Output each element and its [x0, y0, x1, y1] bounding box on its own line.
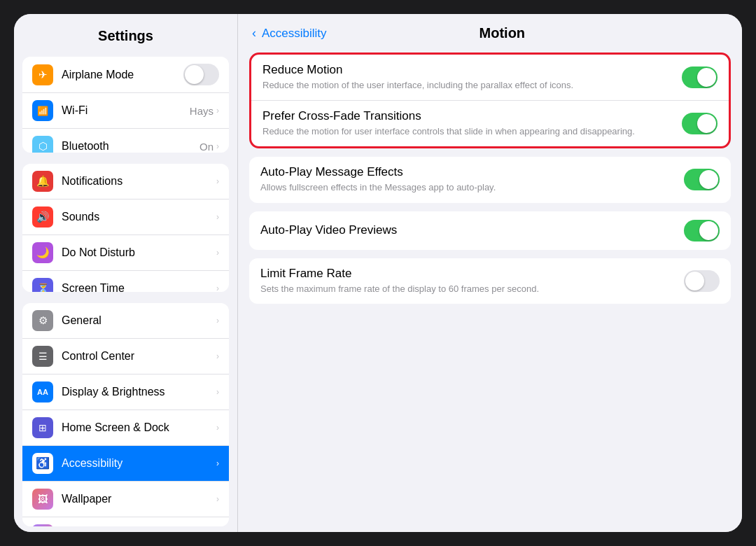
control-center-icon: ☰	[32, 346, 53, 367]
do-not-disturb-icon: 🌙	[32, 242, 53, 263]
sidebar-item-display-brightness[interactable]: AA Display & Brightness ›	[22, 374, 229, 410]
display-brightness-label: Display & Brightness	[62, 386, 216, 398]
home-screen-label: Home Screen & Dock	[62, 421, 216, 434]
wifi-icon: 📶	[32, 100, 53, 121]
sidebar-item-general[interactable]: ⚙ General ›	[22, 303, 229, 339]
ipad-frame: Settings ✈ Airplane Mode 📶 Wi-Fi	[14, 14, 742, 532]
sidebar-item-sounds[interactable]: 🔊 Sounds ›	[22, 200, 229, 235]
settings-row-autoplay-message-effects: Auto-Play Message Effects Allows fullscr…	[249, 157, 731, 202]
sidebar-item-control-center[interactable]: ☰ Control Center ›	[22, 339, 229, 374]
reduce-motion-toggle-knob	[697, 68, 716, 87]
autoplay-video-toggle[interactable]	[684, 220, 720, 241]
screen-time-chevron: ›	[216, 284, 219, 291]
main-content: ‹ Accessibility Motion Reduce Motion Red…	[238, 14, 742, 532]
reduce-motion-title: Reduce Motion	[262, 63, 682, 77]
notifications-label: Notifications	[62, 175, 216, 188]
settings-row-cross-fade: Prefer Cross-Fade Transitions Reduce the…	[251, 101, 729, 146]
siri-search-icon: ◎	[32, 524, 53, 527]
cross-fade-title: Prefer Cross-Fade Transitions	[262, 109, 682, 123]
autoplay-video-toggle-knob	[699, 221, 718, 240]
sidebar-item-wallpaper[interactable]: 🖼 Wallpaper ›	[22, 482, 229, 517]
autoplay-message-content: Auto-Play Message Effects Allows fullscr…	[260, 165, 684, 194]
notifications-chevron: ›	[216, 176, 219, 186]
wallpaper-label: Wallpaper	[62, 493, 216, 505]
sidebar-item-home-screen[interactable]: ⊞ Home Screen & Dock ›	[22, 410, 229, 446]
limit-frame-content: Limit Frame Rate Sets the maximum frame …	[260, 267, 684, 295]
wallpaper-chevron: ›	[216, 494, 219, 504]
sidebar-item-accessibility[interactable]: ♿ Accessibility ›	[22, 446, 229, 482]
limit-frame-subtitle: Sets the maximum frame rate of the displ…	[260, 283, 684, 295]
wifi-value: Hays	[190, 105, 214, 117]
autoplay-message-toggle[interactable]	[684, 169, 720, 190]
bluetooth-chevron: ›	[216, 141, 219, 151]
wifi-label: Wi-Fi	[62, 104, 190, 117]
accessibility-chevron: ›	[216, 458, 219, 468]
wallpaper-icon: 🖼	[32, 489, 53, 510]
bluetooth-label: Bluetooth	[62, 140, 200, 153]
sidebar-item-do-not-disturb[interactable]: 🌙 Do Not Disturb ›	[22, 235, 229, 271]
display-brightness-chevron: ›	[216, 387, 219, 397]
reduce-motion-subtitle: Reduce the motion of the user interface,…	[262, 79, 682, 92]
limit-frame-toggle[interactable]	[684, 270, 720, 292]
settings-row-reduce-motion: Reduce Motion Reduce the motion of the u…	[251, 55, 729, 101]
autoplay-message-title: Auto-Play Message Effects	[260, 165, 684, 179]
settings-group-limit-frame-rate: Limit Frame Rate Sets the maximum frame …	[249, 258, 731, 304]
airplane-mode-toggle-knob	[185, 65, 204, 84]
reduce-motion-content: Reduce Motion Reduce the motion of the u…	[262, 63, 682, 92]
sidebar-item-wifi[interactable]: 📶 Wi-Fi Hays ›	[22, 93, 229, 129]
general-chevron: ›	[216, 316, 219, 326]
notifications-icon: 🔔	[32, 171, 53, 192]
limit-frame-title: Limit Frame Rate	[260, 267, 684, 281]
sidebar-group-connectivity: ✈ Airplane Mode 📶 Wi-Fi Hays ›	[22, 57, 229, 153]
sidebar-item-siri-search[interactable]: ◎ Siri & Search ›	[22, 517, 229, 527]
sidebar-group-display: ⚙ General › ☰ Control Center › AA D	[22, 303, 229, 527]
wifi-chevron: ›	[216, 106, 219, 115]
control-center-label: Control Center	[62, 350, 216, 363]
sounds-icon: 🔊	[32, 206, 53, 227]
autoplay-video-title: Auto-Play Video Previews	[260, 223, 684, 237]
screen-time-icon: ⏳	[32, 278, 53, 291]
autoplay-video-content: Auto-Play Video Previews	[260, 223, 684, 237]
bluetooth-value: On	[200, 141, 214, 153]
home-screen-icon: ⊞	[32, 417, 53, 438]
settings-group-highlighted: Reduce Motion Reduce the motion of the u…	[249, 52, 731, 148]
accessibility-icon: ♿	[32, 453, 53, 474]
sidebar-item-bluetooth[interactable]: ⬡ Bluetooth On ›	[22, 129, 229, 153]
settings-row-autoplay-video: Auto-Play Video Previews	[249, 211, 731, 250]
airplane-mode-label: Airplane Mode	[62, 69, 183, 81]
sidebar-item-screen-time[interactable]: ⏳ Screen Time ›	[22, 271, 229, 291]
settings-row-limit-frame-rate: Limit Frame Rate Sets the maximum frame …	[249, 258, 731, 304]
sidebar-item-airplane-mode[interactable]: ✈ Airplane Mode	[22, 57, 229, 93]
display-brightness-icon: AA	[32, 382, 53, 402]
general-icon: ⚙	[32, 310, 53, 331]
reduce-motion-toggle[interactable]	[682, 66, 718, 88]
sounds-label: Sounds	[62, 211, 216, 223]
autoplay-message-subtitle: Allows fullscreen effects in the Message…	[260, 181, 684, 194]
back-chevron-icon: ‹	[252, 26, 256, 41]
sidebar-title: Settings	[14, 14, 237, 51]
sidebar-item-notifications[interactable]: 🔔 Notifications ›	[22, 164, 229, 200]
airplane-mode-toggle[interactable]	[183, 64, 219, 85]
autoplay-message-toggle-knob	[699, 170, 718, 189]
sounds-chevron: ›	[216, 212, 219, 222]
general-label: General	[62, 314, 216, 327]
do-not-disturb-chevron: ›	[216, 248, 219, 258]
sidebar-group-notifications: 🔔 Notifications › 🔊 Sounds › 🌙 D	[22, 164, 229, 291]
cross-fade-subtitle: Reduce the motion for user interface con…	[262, 125, 682, 138]
bluetooth-icon: ⬡	[32, 136, 53, 153]
accessibility-label: Accessibility	[62, 457, 216, 470]
back-link[interactable]: Accessibility	[262, 27, 327, 41]
cross-fade-toggle-knob	[697, 114, 716, 133]
home-screen-chevron: ›	[216, 423, 219, 433]
do-not-disturb-label: Do Not Disturb	[62, 246, 216, 259]
control-center-chevron: ›	[216, 351, 219, 361]
settings-group-autoplay-video: Auto-Play Video Previews	[249, 211, 731, 250]
cross-fade-content: Prefer Cross-Fade Transitions Reduce the…	[262, 109, 682, 138]
airplane-mode-icon: ✈	[32, 64, 53, 85]
ipad-inner: Settings ✈ Airplane Mode 📶 Wi-Fi	[14, 14, 742, 532]
main-title: Motion	[332, 25, 672, 41]
settings-group-autoplay-effects: Auto-Play Message Effects Allows fullscr…	[249, 157, 731, 202]
cross-fade-toggle[interactable]	[682, 113, 718, 134]
screen-time-label: Screen Time	[62, 282, 216, 291]
main-header: ‹ Accessibility Motion	[238, 14, 742, 48]
